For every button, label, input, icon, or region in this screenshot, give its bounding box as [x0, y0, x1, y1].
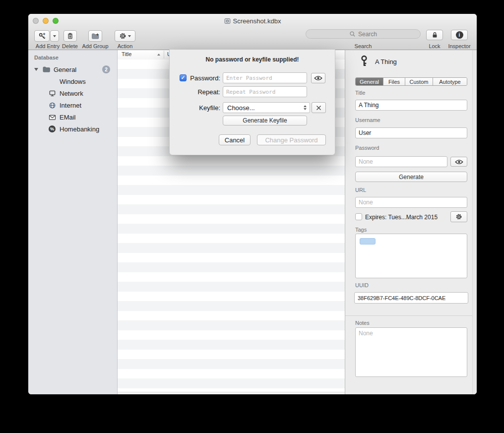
info-icon: i — [456, 31, 463, 39]
sidebar-item-email[interactable]: EMail — [28, 111, 117, 123]
add-entry-dropdown-button[interactable] — [50, 30, 59, 42]
repeat-field-label: Repeat: — [188, 88, 220, 96]
folder-plus-icon: + — [91, 33, 99, 40]
document-icon — [224, 18, 231, 24]
sidebar-section-header: Database — [34, 55, 59, 61]
expires-settings-button[interactable] — [450, 211, 467, 222]
sort-ascending-icon — [157, 54, 160, 56]
title-input[interactable] — [355, 100, 467, 111]
cancel-button[interactable]: Cancel — [219, 134, 251, 145]
keyfile-selected-value: Choose... — [227, 104, 255, 112]
sidebar-item-network[interactable]: Network — [28, 87, 117, 99]
action-button[interactable] — [115, 30, 135, 42]
url-input[interactable] — [355, 197, 467, 208]
password-input[interactable] — [355, 156, 447, 167]
network-icon — [48, 90, 56, 97]
tags-label: Tags — [355, 227, 367, 233]
chevron-down-icon — [128, 35, 131, 37]
chevron-down-icon — [53, 35, 56, 37]
traffic-light-close[interactable] — [33, 18, 39, 24]
key-icon — [358, 55, 370, 70]
action-label: Action — [115, 43, 135, 49]
uuid-input[interactable] — [354, 292, 468, 304]
sidebar-item-internet[interactable]: Internet — [28, 99, 117, 111]
delete-button[interactable] — [63, 30, 77, 42]
search-placeholder: Search — [358, 31, 377, 38]
folder-icon — [42, 66, 51, 73]
inspector-panel: A Thing General Files Custom Autotype Ti… — [345, 50, 477, 394]
sidebar-item-label: Internet — [60, 102, 81, 109]
tab-general[interactable]: General — [356, 78, 383, 85]
desktop-background: Screenshot.kdbx + Add Entry Delete — [0, 0, 504, 433]
search-icon — [349, 31, 356, 37]
app-window: Screenshot.kdbx + Add Entry Delete — [28, 14, 477, 394]
add-entry-button[interactable]: + — [34, 30, 50, 42]
inspector-scrollbar[interactable] — [472, 50, 477, 394]
keyfile-field-label: Keyfile: — [188, 104, 220, 112]
password-checkbox[interactable] — [180, 74, 187, 81]
lock-icon — [431, 31, 439, 39]
search-input[interactable]: Search — [306, 29, 421, 39]
sidebar-item-label: Windows — [60, 78, 86, 85]
add-group-button[interactable]: + — [88, 30, 102, 42]
group-label: General — [54, 66, 76, 73]
column-header-title[interactable]: Title — [122, 51, 131, 57]
reveal-password-button[interactable] — [450, 157, 467, 167]
stepper-icon — [304, 105, 307, 110]
generate-keyfile-button[interactable]: Generate Keyfile — [223, 116, 307, 125]
eye-icon — [455, 159, 463, 165]
tab-custom[interactable]: Custom — [405, 78, 433, 85]
tab-files[interactable]: Files — [383, 78, 405, 85]
sidebar-item-homebanking[interactable]: % Homebanking — [28, 123, 117, 135]
password-sheet-dialog: No password or keyfile supplied! Passwor… — [169, 50, 335, 155]
tab-autotype[interactable]: Autotype — [433, 78, 467, 85]
lock-button[interactable] — [426, 30, 443, 40]
window-title-text: Screenshot.kdbx — [233, 17, 281, 25]
inspector-label: Inspector — [443, 43, 476, 49]
eye-icon — [314, 75, 322, 81]
sidebar-group-general[interactable]: General 2 — [28, 63, 117, 75]
add-group-label: Add Group — [79, 43, 111, 49]
generate-password-button[interactable]: Generate — [355, 172, 467, 182]
gear-icon — [455, 213, 462, 220]
traffic-light-maximize[interactable] — [53, 18, 59, 24]
password-label: Password — [355, 145, 379, 151]
lock-label: Lock — [426, 43, 443, 49]
username-input[interactable] — [355, 127, 467, 138]
traffic-light-minimize[interactable] — [43, 18, 49, 24]
sheet-message: No password or keyfile supplied! — [170, 56, 335, 63]
sidebar-item-label: Homebanking — [60, 125, 99, 133]
notes-textarea[interactable] — [355, 327, 467, 377]
tag-chip[interactable] — [360, 238, 376, 245]
sidebar-item-label: Network — [60, 90, 83, 97]
disclosure-triangle-icon[interactable] — [34, 68, 38, 71]
sidebar-item-label: EMail — [60, 114, 76, 121]
expires-label: Expires: Tues...March 2015 — [365, 214, 438, 221]
key-plus-icon: + — [38, 32, 46, 40]
tags-box[interactable] — [355, 234, 467, 278]
globe-icon — [48, 102, 56, 109]
sidebar: Database General 2 Windows Network — [28, 50, 118, 394]
entry-title: A Thing — [375, 58, 397, 65]
url-label: URL — [355, 187, 366, 193]
window-header: Screenshot.kdbx + Add Entry Delete — [28, 14, 477, 50]
inspector-button[interactable]: i — [451, 30, 468, 40]
count-badge: 2 — [102, 65, 110, 73]
uuid-label: UUID — [355, 282, 369, 288]
sidebar-item-windows[interactable]: Windows — [28, 75, 117, 87]
keyfile-select[interactable]: Choose... — [223, 102, 310, 113]
repeat-password-input[interactable] — [223, 86, 307, 97]
username-label: Username — [355, 117, 380, 123]
percent-coin-icon: % — [48, 125, 56, 132]
reveal-password-button[interactable] — [311, 73, 325, 83]
column-separator[interactable] — [164, 51, 164, 59]
password-field-label: Password: — [188, 74, 220, 82]
expires-checkbox[interactable] — [355, 213, 362, 220]
window-title: Screenshot.kdbx — [103, 17, 402, 25]
title-label: Title — [355, 90, 365, 96]
change-password-button[interactable]: Change Password — [257, 134, 326, 145]
notes-label: Notes — [355, 320, 370, 326]
password-entry-input[interactable] — [223, 72, 307, 83]
gear-icon — [119, 32, 126, 40]
clear-keyfile-button[interactable] — [312, 102, 326, 113]
